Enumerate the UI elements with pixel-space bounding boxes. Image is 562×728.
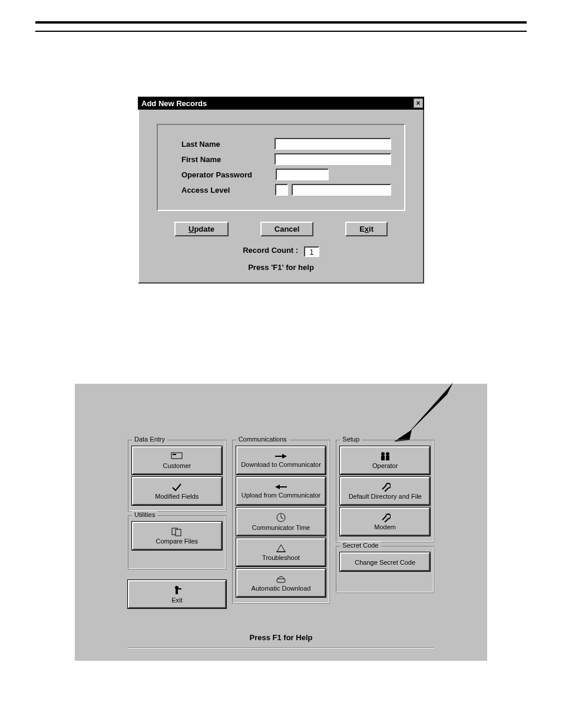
svg-marker-12: [275, 485, 280, 489]
exit-pre: E: [359, 225, 365, 233]
svg-rect-8: [178, 588, 181, 589]
operator-password-label: Operator Password: [181, 170, 276, 179]
upload-button[interactable]: Upload from Communicator: [236, 477, 326, 505]
last-name-input[interactable]: [275, 138, 391, 150]
cancel-label: Cancel: [275, 225, 300, 233]
clock-icon: [276, 512, 286, 523]
record-count-row: Record Count : 1: [157, 246, 405, 257]
modified-fields-label: Modified Fields: [155, 493, 199, 500]
download-label: Download to Communicator: [241, 461, 321, 468]
group-secret-code-title: Secret Code: [340, 542, 381, 549]
operator-button[interactable]: Operator: [340, 446, 430, 475]
middle-column: Communications Download to Communicator …: [232, 440, 330, 611]
thick-rule: [35, 21, 527, 24]
group-communications-title: Communications: [236, 436, 289, 443]
update-mnemonic: U: [189, 225, 194, 233]
svg-rect-3: [173, 454, 176, 455]
dialog-title: Add New Records: [141, 99, 207, 108]
svg-rect-2: [171, 453, 182, 459]
dialog-button-row: Update Cancel Exit: [174, 222, 388, 236]
svg-point-13: [277, 513, 285, 522]
group-utilities: Utilities Compare Files: [128, 515, 226, 569]
svg-line-15: [281, 518, 283, 519]
troubleshoot-label: Troubleshoot: [262, 554, 300, 561]
operator-label: Operator: [372, 462, 398, 469]
operator-password-input[interactable]: [276, 169, 329, 180]
svg-rect-4: [172, 528, 177, 535]
troubleshoot-button[interactable]: Troubleshoot: [236, 538, 326, 566]
upload-label: Upload from Communicator: [242, 492, 321, 499]
change-secret-code-button[interactable]: Change Secret Code: [340, 552, 430, 571]
people-icon: [379, 452, 392, 461]
svg-rect-20: [381, 456, 385, 460]
change-secret-code-label: Change Secret Code: [355, 559, 415, 566]
access-level-code-input[interactable]: [275, 184, 288, 196]
download-button[interactable]: Download to Communicator: [236, 446, 326, 475]
dialog-titlebar: Add New Records ×: [138, 97, 424, 110]
update-rest: pdate: [194, 225, 214, 233]
modem-button[interactable]: Modem: [340, 508, 430, 536]
compare-files-button[interactable]: Compare Files: [132, 522, 222, 550]
right-column: Setup Operator Default Directory and Fil…: [336, 440, 434, 611]
close-icon[interactable]: ×: [414, 98, 423, 108]
svg-point-6: [175, 586, 178, 589]
exit-main-label: Exit: [171, 597, 182, 604]
communicator-time-button[interactable]: Communicator Time: [236, 508, 326, 536]
main-help-hint: Press F1 for Help: [75, 633, 487, 642]
update-button[interactable]: Update: [174, 222, 229, 236]
group-setup: Setup Operator Default Directory and Fil…: [336, 440, 434, 542]
left-column: Data Entry Customer Modified Fields Util…: [128, 440, 226, 611]
row-last-name: Last Name: [181, 138, 391, 150]
svg-marker-1: [406, 383, 453, 436]
group-setup-title: Setup: [340, 436, 362, 443]
record-count-label: Record Count :: [243, 246, 298, 255]
cancel-button[interactable]: Cancel: [260, 222, 314, 236]
last-name-label: Last Name: [181, 140, 275, 149]
modified-fields-button[interactable]: Modified Fields: [132, 477, 222, 505]
svg-marker-16: [277, 545, 285, 552]
wrench-icon: [380, 482, 391, 492]
row-first-name: First Name: [181, 153, 391, 165]
dialog-help-hint: Press 'F1' for help: [157, 263, 405, 272]
group-communications: Communications Download to Communicator …: [232, 440, 330, 604]
svg-rect-5: [176, 529, 181, 536]
main-screen: Data Entry Customer Modified Fields Util…: [75, 384, 487, 661]
customer-button[interactable]: Customer: [132, 446, 222, 475]
group-secret-code: Secret Code Change Secret Code: [336, 546, 434, 593]
row-access-level: Access Level: [181, 184, 391, 196]
arrow-left-icon: [274, 483, 288, 490]
first-name-input[interactable]: [275, 153, 391, 165]
row-operator-password: Operator Password: [181, 169, 391, 180]
svg-rect-18: [277, 579, 285, 582]
access-level-desc-input[interactable]: [292, 184, 391, 196]
customer-icon: [170, 452, 183, 461]
svg-marker-10: [282, 454, 287, 459]
default-directory-label: Default Directory and File: [349, 493, 422, 500]
svg-point-19: [381, 452, 385, 456]
svg-rect-22: [386, 456, 389, 460]
check-icon: [171, 482, 183, 492]
automatic-download-label: Automatic Download: [252, 585, 311, 592]
compare-files-label: Compare Files: [156, 538, 199, 545]
group-utilities-title: Utilities: [132, 511, 157, 518]
group-data-entry-title: Data Entry: [132, 436, 167, 443]
exit-icon: [171, 585, 182, 595]
exit-post: it: [369, 225, 373, 233]
arrow-right-icon: [274, 453, 288, 460]
troubleshoot-icon: [275, 543, 287, 553]
wrench-icon: [380, 513, 391, 522]
svg-point-21: [386, 452, 389, 456]
group-data-entry: Data Entry Customer Modified Fields: [128, 440, 226, 512]
exit-main-button[interactable]: Exit: [128, 580, 226, 608]
phone-icon: [275, 574, 287, 584]
dialog-body: Last Name First Name Operator Password A…: [138, 110, 424, 284]
exit-button[interactable]: Exit: [345, 222, 388, 236]
communicator-time-label: Communicator Time: [252, 524, 310, 531]
automatic-download-button[interactable]: Automatic Download: [236, 569, 326, 597]
compare-files-icon: [171, 527, 183, 536]
modem-label: Modem: [374, 523, 396, 531]
fields-panel: Last Name First Name Operator Password A…: [157, 124, 405, 211]
access-level-label: Access Level: [181, 186, 275, 195]
default-directory-button[interactable]: Default Directory and File: [340, 477, 430, 505]
footer-divider: [128, 647, 434, 648]
